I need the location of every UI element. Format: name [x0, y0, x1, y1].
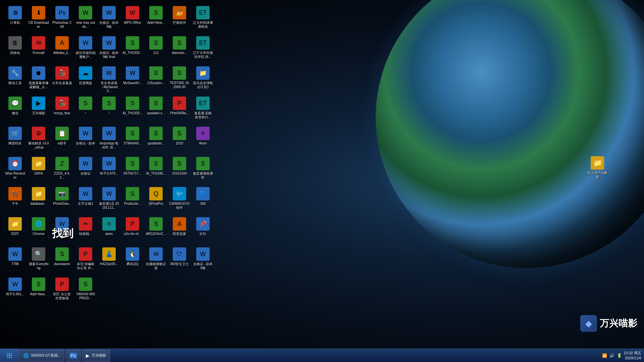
desktop-icon-atom1[interactable]: ⚛Atom [191, 124, 215, 154]
desktop-icon-add-new[interactable]: SAdd+New... [144, 3, 168, 34]
desktop-icon-dropshipp[interactable]: Wdropshipp 电动车 清... [97, 124, 121, 154]
icon-label-hegezhen-fu: 合格证 - 副本 [76, 141, 96, 145]
desktop-icon-foxmail[interactable]: ✉Foxmail [27, 34, 50, 64]
desktop-icon-mysavedv[interactable]: WMySavedV... [121, 64, 144, 94]
desktop-icon-liaowai-ketiao[interactable]: ET辽大外院讲课课程表 [191, 3, 215, 34]
desktop-icon-126yxplzc[interactable]: S126yxplzc... [144, 64, 168, 94]
tray-network[interactable]: 📶 [601, 353, 607, 359]
taskbar-item-ps[interactable]: Ps [66, 350, 80, 362]
desktop-icon-photodown[interactable]: 📷PhotoDow... [50, 184, 74, 215]
desktop-icon-jianyan[interactable]: ✉此最邮精验证器 [144, 245, 168, 275]
desktop-icon-alibaba-k[interactable]: AAlibaba_k... [50, 34, 74, 64]
desktop-icon-tilde[interactable]: S~ [74, 94, 97, 124]
desktop-icon-weiwancheng[interactable]: P未完 待编辑办公室 外... [74, 245, 97, 275]
desktop-icon-05756717[interactable]: S05756717... [121, 154, 144, 184]
desktop-icon-kuaijian[interactable]: ✂快剪辑... [74, 215, 97, 245]
desktop-icon-7788[interactable]: W7788 [3, 245, 27, 275]
tray-speaker[interactable]: 🔊 [609, 353, 615, 359]
desktop-icon-360[interactable]: 🔵360 [191, 184, 215, 215]
desktop-icon-37964049[interactable]: S37964049... [121, 124, 144, 154]
desktop-icon-upslabels[interactable]: Supslabel s... [144, 94, 168, 124]
desktop-icon-wps-office[interactable]: WWPS Office [121, 3, 144, 34]
desktop-icon-ai-th1930-4[interactable]: SAI_TH1930... [144, 154, 168, 184]
icon-img-liaowai-ketiao: ET [196, 6, 210, 19]
desktop-icon-wps879[interactable]: WW.P.S.879... [97, 154, 121, 184]
desktop-icon-photoshop-cs6[interactable]: PsPhotoshop CS6 [50, 3, 74, 34]
desktop-icon-cainiao[interactable]: 🐦CAINIAO打印组件 [168, 184, 191, 215]
desktop-icon-phe0409a[interactable]: PPHe0409a... [168, 94, 191, 124]
tray-battery[interactable]: 🔋 [616, 353, 622, 359]
desktop-icon-b2c-bangong[interactable]: PB2C 办公室外壁板报 [50, 275, 74, 305]
icon-img-111: S [149, 36, 163, 50]
desktop-icon-h422ac00[interactable]: 👗H422ac00... [97, 245, 121, 275]
desktop-icon-o2o-for-of[interactable]: Po2o-for-of... [121, 215, 144, 245]
desktop-icon-hegezhen-fu[interactable]: W合格证 - 副本 [74, 124, 97, 154]
desktop-icon-zzds492[interactable]: ZZZDS_4.9.2... [50, 154, 74, 184]
desktop-icon-sunyun[interactable]: ET速卖通·采购发货执行... [191, 94, 215, 124]
desktop-icon-arg2hsnc[interactable]: SARG2hSnC... [144, 215, 168, 245]
desktop-icon-111[interactable]: S111 [144, 34, 168, 64]
desktop-icon-alimai[interactable]: A阿里卖家 [168, 215, 191, 245]
desktop-icon-productsl[interactable]: SProductsl... [121, 184, 144, 215]
desktop-icon-10101344[interactable]: S10101344 [168, 154, 191, 184]
desktop-icon-upslabels2[interactable]: Supslabels... [144, 124, 168, 154]
desktop-icon-qianniu[interactable]: 🐂千牛 [3, 184, 27, 215]
taskbar-item-wanxing[interactable]: ▶ 万兴喵影 [82, 350, 110, 362]
desktop-icon-dingding[interactable]: 📌钉钉 [191, 215, 215, 245]
desktop-icon-tencentqq[interactable]: 🐧腾讯QQ [121, 245, 144, 275]
desktop-icon-anquanzhendao[interactable]: W安全承诺函（MySaved V... [97, 64, 121, 94]
desktop-icon-cb-downloader[interactable]: ⬇CB Downloader [27, 3, 50, 34]
icon-label-111: 111 [153, 51, 159, 55]
desktop-icon-add-new2[interactable]: SAdd+New... [27, 275, 50, 305]
desktop-icon-jisuanji[interactable]: 🖥计算机 [3, 3, 27, 34]
desktop-icon-sousuo[interactable]: 🔍搜索 Everything [27, 245, 50, 275]
desktop-icon-database[interactable]: 📁database... [27, 184, 50, 215]
desktop-icon-data[interactable]: 📁DATA [27, 154, 50, 184]
desktop-icon-wise-reminder[interactable]: ⏰Wise Reminder [3, 154, 27, 184]
taskbar-item-sino03[interactable]: 🌐 SINO03-GT美国... [19, 350, 64, 362]
desktop-icon-hegezhen3[interactable]: W合格证 [74, 154, 97, 184]
desktop-icon-exclamation[interactable]: S! [97, 94, 121, 124]
desktop-icon-1010[interactable]: S1010 [168, 124, 191, 154]
desktop-icon-atom2[interactable]: ⚛atom [97, 215, 121, 245]
desktop-icon-wanxing[interactable]: ▶万兴喵影 [27, 94, 50, 124]
desktop-icon-new-may-outdo[interactable]: Wnew may outdo... [74, 3, 97, 34]
desktop-icon-chrome[interactable]: 🌐Chrome [27, 215, 50, 245]
desktop-icon-qpostpro[interactable]: QQPostPro [144, 184, 168, 215]
desktop-icon-liaodaxue[interactable]: ET辽宁大学外国语学院 跨... [191, 34, 215, 64]
desktop-icon-edit[interactable]: 📁EDIT [3, 215, 27, 245]
desktop-icon-ai-th1930-3[interactable]: SAI_TH1930... [121, 94, 144, 124]
desktop-icon-dianxiaomi[interactable]: Sdianxiaomi [50, 245, 74, 275]
desktop-icon-huoche[interactable]: 🚂火车头采集器 [50, 64, 74, 94]
desktop-icon-wechat[interactable]: 💬微信 [3, 94, 27, 124]
desktop-icon-baiduwangpan[interactable]: ☁百度网盘 [74, 64, 97, 94]
desktop-icon-hegezhen-fu2[interactable]: W合格证 - 副本 9格 [191, 245, 215, 275]
desktop-icon-sumaiyitian[interactable]: W速卖通1店 20191111... [97, 184, 121, 215]
desktop-icon-huishou[interactable]: 🗑回收站 [3, 34, 27, 64]
desktop-icon-wangliwang[interactable]: 🛒网里旺旺 [3, 124, 27, 154]
desktop-icon-dianxiao[interactable]: Sdianxiao... [168, 34, 191, 64]
right-folder-icon[interactable]: 📁 待上传产品数据 [584, 154, 610, 181]
desktop-icon-hegezhen-9[interactable]: W合格证 - 副本 9格 [97, 3, 121, 34]
desktop-icon-wps991[interactable]: WW.P.S.991... [3, 275, 27, 305]
desktop-icon-9527[interactable]: W9527 [50, 215, 74, 245]
icon-img-edit: 📁 [8, 217, 22, 231]
desktop-icon-e-zhushou[interactable]: 📋e助手 [50, 124, 74, 154]
desktop-icon-chenggong[interactable]: W成功充值到冠通账户... [74, 34, 97, 64]
desktop-icon-hctcjq[interactable]: 🚂hctcjq_ttrar [50, 94, 74, 124]
icon-label-zzds492: ZZDS_4.9.2... [52, 172, 72, 180]
desktop-icon-qudong-jingying[interactable]: ⚙驱动精灵 v3.0_setup [27, 124, 50, 154]
desktop-icon-ai-th1930-2[interactable]: SAI_TH1930... [121, 34, 144, 64]
desktop-icon-360anquan[interactable]: 🛡360安全卫士 [168, 245, 191, 275]
desktop-icon-wenzi1[interactable]: W文字文稿1 [74, 184, 97, 215]
desktop-icon-mango[interactable]: 🥭芒果软件 [168, 3, 191, 34]
desktop-icon-mijianjieming[interactable]: ⏺迅捷屏幕录像破解版_火... [27, 64, 50, 94]
clock[interactable]: 13:32 周五 2020/11/6 [624, 351, 641, 360]
desktop-icon-yanxin900[interactable]: SYANXIN 900PROD... [74, 275, 97, 305]
desktop-icon-yima-shijian[interactable]: 📁迅马达全球枪法计划1 [191, 64, 215, 94]
desktop-icon-sumaiketang[interactable]: S速卖通课程课时 [191, 154, 215, 184]
desktop-icon-qudong-gongju[interactable]: 🔧驱动工具 [3, 64, 27, 94]
desktop-icon-hegezhen-final[interactable]: W合格证 - 副本 9格 final [97, 34, 121, 64]
start-button[interactable]: ⊞ [0, 349, 19, 362]
desktop-icon-testing[interactable]: STESTING 202009-30 [168, 64, 191, 94]
